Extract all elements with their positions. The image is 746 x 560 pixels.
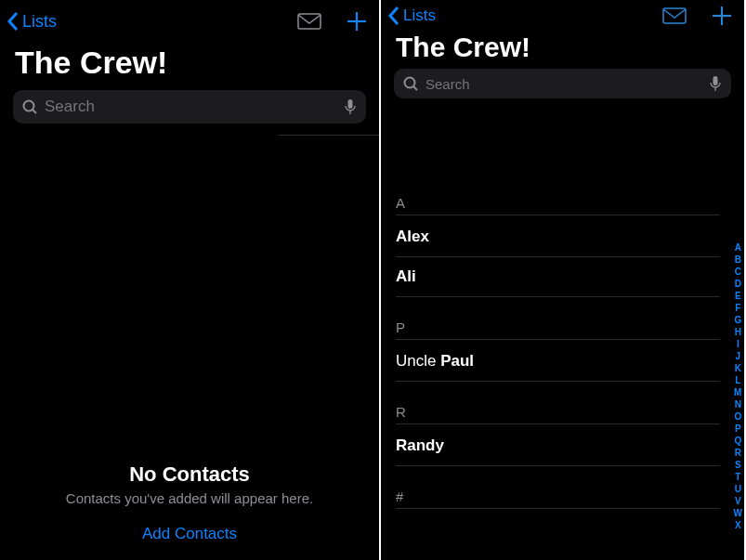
empty-state: No Contacts Contacts you've added will a…: [0, 462, 379, 543]
index-letter[interactable]: J: [734, 350, 742, 362]
svg-rect-0: [298, 14, 321, 29]
index-letter[interactable]: W: [734, 507, 742, 519]
svg-line-11: [413, 86, 417, 90]
nav-actions: [662, 5, 733, 27]
search-icon: [22, 99, 37, 114]
svg-line-4: [33, 110, 36, 113]
index-letter[interactable]: S: [734, 459, 742, 471]
index-letter[interactable]: K: [734, 362, 742, 374]
navbar: Lists: [381, 0, 744, 32]
svg-rect-12: [713, 76, 718, 85]
index-letter[interactable]: X: [734, 519, 742, 531]
back-button[interactable]: Lists: [7, 12, 57, 32]
index-letter[interactable]: D: [734, 278, 742, 290]
index-letter[interactable]: O: [734, 410, 742, 423]
back-button[interactable]: Lists: [388, 7, 436, 25]
index-letter[interactable]: V: [734, 495, 742, 507]
empty-list-pane: Lists The Crew! No Contacts Contacts you…: [0, 0, 381, 560]
chevron-left-icon: [388, 7, 399, 25]
page-title: The Crew!: [381, 32, 744, 63]
svg-rect-5: [348, 99, 353, 109]
empty-subtitle: Contacts you've added will appear here.: [0, 490, 379, 506]
index-letter[interactable]: H: [734, 326, 742, 338]
section-header-hash: #: [396, 485, 720, 508]
mail-icon[interactable]: [297, 13, 321, 30]
navbar: Lists: [0, 0, 379, 39]
alpha-index-bar[interactable]: ABCDEFGHIJKLMNOPQRSTUVWX: [734, 241, 742, 531]
section-header-a: A: [396, 191, 720, 215]
nav-actions: [297, 10, 368, 33]
section-header-r: R: [396, 400, 720, 423]
contact-row[interactable]: Ali: [396, 257, 720, 297]
search-icon: [403, 76, 418, 91]
index-letter[interactable]: U: [734, 483, 742, 495]
index-letter[interactable]: P: [734, 423, 742, 435]
dictate-icon[interactable]: [709, 75, 722, 92]
index-letter[interactable]: I: [734, 338, 742, 350]
chevron-left-icon: [7, 12, 19, 31]
index-letter[interactable]: G: [734, 314, 742, 326]
index-letter[interactable]: Q: [734, 435, 742, 447]
index-letter[interactable]: T: [734, 471, 742, 483]
index-letter[interactable]: R: [734, 447, 742, 459]
svg-point-10: [405, 78, 415, 88]
index-letter[interactable]: E: [734, 290, 742, 302]
contact-row[interactable]: Alex: [396, 217, 720, 257]
index-letter[interactable]: B: [734, 254, 742, 266]
mail-icon[interactable]: [662, 7, 687, 24]
svg-point-3: [24, 101, 34, 111]
svg-rect-7: [663, 8, 686, 23]
contacts-list: A Alex Ali P Uncle Paul R Randy #: [381, 191, 744, 509]
search-input[interactable]: [43, 97, 338, 117]
add-contact-button[interactable]: [346, 10, 368, 33]
index-letter[interactable]: A: [734, 241, 742, 254]
separator: [279, 135, 379, 136]
index-letter[interactable]: L: [734, 374, 742, 386]
contact-row[interactable]: Randy: [396, 426, 720, 466]
add-contacts-button[interactable]: Add Contacts: [0, 525, 379, 543]
contact-row[interactable]: Uncle Paul: [396, 342, 720, 382]
add-contact-button[interactable]: [711, 5, 733, 27]
back-label: Lists: [22, 12, 57, 32]
index-letter[interactable]: M: [734, 386, 742, 398]
back-label: Lists: [403, 7, 436, 25]
index-letter[interactable]: C: [734, 266, 742, 278]
search-input[interactable]: [424, 75, 703, 93]
index-letter[interactable]: N: [734, 398, 742, 410]
populated-list-pane: Lists The Crew! A Alex Ali P Uncle Paul …: [381, 0, 744, 560]
search-field[interactable]: [394, 69, 731, 98]
empty-title: No Contacts: [0, 462, 379, 487]
page-title: The Crew!: [0, 45, 379, 81]
section-header-p: P: [396, 316, 720, 339]
index-letter[interactable]: F: [734, 302, 742, 314]
dictate-icon[interactable]: [344, 98, 357, 115]
search-field[interactable]: [13, 90, 366, 124]
